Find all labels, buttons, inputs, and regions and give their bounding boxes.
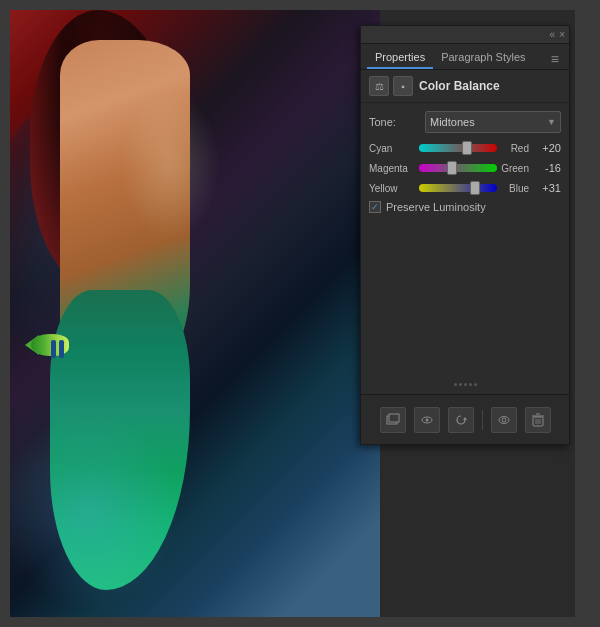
tone-row: Tone: Midtones ▼ [369,111,561,133]
dot-3 [464,383,467,386]
magenta-green-row: Magenta Green -16 [369,161,561,175]
cyan-red-thumb[interactable] [462,141,472,155]
canvas-area: « × Properties Paragraph Styles ≡ ⚖ ▪ Co… [10,10,575,617]
svg-rect-1 [389,414,399,422]
collapse-icon[interactable]: « [550,29,556,40]
delete-icon [531,413,545,427]
magenta-label: Magenta [369,163,419,174]
panel-footer [361,394,569,444]
reset-icon [454,413,468,427]
magenta-green-value: -16 [529,162,561,174]
preserve-luminosity-checkbox[interactable]: ✓ [369,201,381,213]
magenta-green-slider[interactable] [419,161,497,175]
yellow-blue-track [419,184,497,192]
fish [25,330,75,360]
adjustment-icon[interactable]: ⚖ [369,76,389,96]
panel-content: Tone: Midtones ▼ Cyan [361,103,569,227]
yellow-blue-row: Yellow Blue +31 [369,181,561,195]
blue-label: Blue [497,183,529,194]
dot-4 [469,383,472,386]
reset-button[interactable] [448,407,474,433]
dot-2 [459,383,462,386]
panel-tabs: Properties Paragraph Styles ≡ [361,44,569,70]
panel-title: Color Balance [419,79,500,93]
preserve-luminosity-label: Preserve Luminosity [386,201,486,213]
tone-dropdown[interactable]: Midtones ▼ [425,111,561,133]
workspace: « × Properties Paragraph Styles ≡ ⚖ ▪ Co… [0,0,600,627]
fish-stripe-2 [59,340,64,358]
panel-menu-button[interactable]: ≡ [547,49,563,69]
visibility-button[interactable] [414,407,440,433]
eye-icon [497,413,511,427]
cyan-label: Cyan [369,143,419,154]
visibility-icon [420,413,434,427]
magenta-green-slider-container [419,161,497,175]
layer-icon[interactable]: ▪ [393,76,413,96]
magenta-green-track [419,164,497,172]
tone-value: Midtones [430,116,475,128]
header-icons: ⚖ ▪ [369,76,413,96]
dot-1 [454,383,457,386]
tab-paragraph-styles[interactable]: Paragraph Styles [433,47,533,69]
magenta-green-thumb[interactable] [447,161,457,175]
cyan-red-row: Cyan Red +20 [369,141,561,155]
tab-properties[interactable]: Properties [367,47,433,69]
yellow-label: Yellow [369,183,419,194]
dot-5 [474,383,477,386]
blue-glow [10,410,180,610]
color-balance-panel: « × Properties Paragraph Styles ≡ ⚖ ▪ Co… [360,25,570,445]
cyan-red-track [419,144,497,152]
close-icon[interactable]: × [559,29,565,40]
panel-top-bar: « × [361,26,569,44]
yellow-blue-slider[interactable] [419,181,497,195]
white-glow [120,90,220,240]
dropdown-arrow-icon: ▼ [547,117,556,127]
preserve-luminosity-row: ✓ Preserve Luminosity [369,201,561,213]
new-layer-icon [386,413,400,427]
yellow-blue-thumb[interactable] [470,181,480,195]
artwork [10,10,380,617]
eye-button[interactable] [491,407,517,433]
svg-point-6 [502,418,506,422]
cyan-red-slider-container [419,141,497,155]
fish-stripe-1 [51,340,56,358]
fish-body [31,334,69,356]
footer-divider [482,410,483,430]
delete-button[interactable] [525,407,551,433]
panel-header: ⚖ ▪ Color Balance [361,70,569,103]
new-layer-button[interactable] [380,407,406,433]
yellow-blue-value: +31 [529,182,561,194]
red-label: Red [497,143,529,154]
svg-point-3 [425,418,428,421]
tone-label: Tone: [369,116,419,128]
green-label: Green [497,163,529,174]
yellow-blue-slider-container [419,181,497,195]
svg-marker-4 [463,417,467,420]
dots-row [361,380,569,389]
cyan-red-value: +20 [529,142,561,154]
cyan-red-slider[interactable] [419,141,497,155]
